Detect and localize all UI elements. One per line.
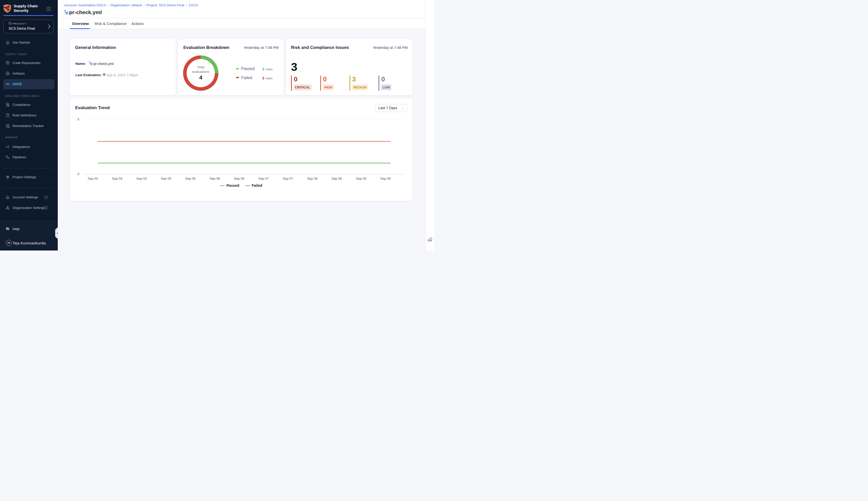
svg-text:?: ? (7, 228, 8, 230)
